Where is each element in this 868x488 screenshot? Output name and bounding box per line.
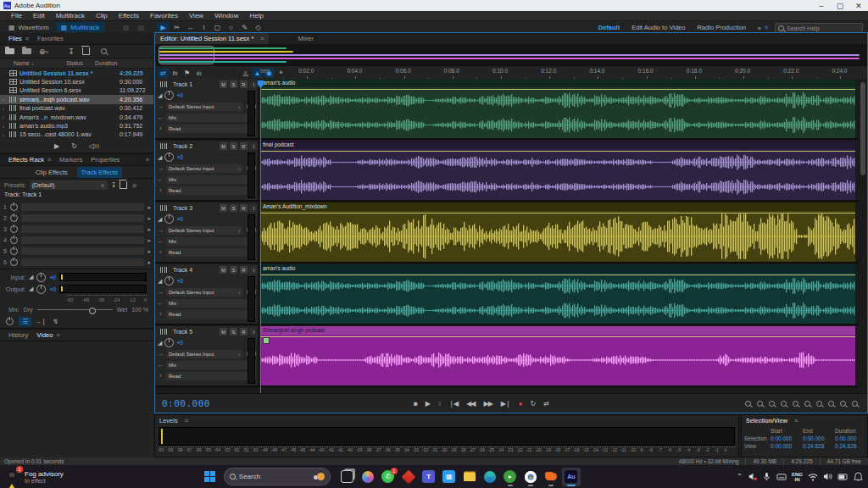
tab-panel-video[interactable]: Video	[36, 331, 53, 339]
menu-favorites[interactable]: Favorites	[150, 12, 178, 19]
expander-icon[interactable]: ›	[158, 373, 164, 379]
wifi-icon[interactable]	[808, 473, 818, 481]
taskbar-app-app-red-diamond[interactable]	[399, 468, 418, 486]
track-solo-button[interactable]: S	[230, 142, 237, 150]
maximize-button[interactable]: ▢	[831, 0, 849, 11]
track-header[interactable]: Track 1MSRI◢+0→Default Stereo Input›ø←Mi…	[155, 79, 259, 138]
track-volume-knob[interactable]	[164, 276, 174, 286]
taskbar-search[interactable]: Search	[224, 468, 331, 485]
preview-play-icon[interactable]: ▶	[54, 142, 59, 150]
time-value[interactable]: 0:00.000	[771, 443, 803, 449]
slot-arrow-icon[interactable]: ▸	[147, 226, 151, 233]
expander-icon[interactable]: ›	[158, 249, 164, 255]
expander-icon[interactable]: ›	[0, 114, 7, 119]
zoom-to-playhead-button[interactable]	[852, 401, 858, 407]
notifications-bell-icon[interactable]	[854, 472, 863, 481]
file-row[interactable]: ›aman's audio.mp30:31.752	[0, 121, 153, 130]
output-gain-knob[interactable]	[36, 285, 46, 294]
time-selection-tool-icon[interactable]: I	[198, 22, 210, 32]
track-drag-icon[interactable]	[160, 329, 168, 335]
files-column-headers[interactable]: Name ↓ Status Duration	[0, 58, 153, 69]
marquee-tool-icon[interactable]: ▢	[212, 22, 224, 32]
track-monitor-button[interactable]: I	[250, 204, 258, 212]
minimize-button[interactable]: –	[812, 0, 831, 11]
audio-clip[interactable]: final podcast	[260, 141, 855, 200]
rack-list-icon[interactable]: ☰	[19, 317, 31, 326]
workspace-default-menu-icon[interactable]: ≡	[765, 25, 768, 30]
track-monitor-button[interactable]: I	[250, 266, 258, 274]
move-clips-icon[interactable]: ⇄	[158, 68, 169, 78]
effect-slot[interactable]: 4▸	[0, 235, 153, 246]
slot-well[interactable]	[21, 203, 144, 211]
microphone-icon[interactable]	[762, 472, 771, 481]
audio-clip[interactable]: aman's audio	[260, 79, 855, 138]
zoom-in-time-button[interactable]	[745, 401, 751, 407]
taskbar-app-teams[interactable]: T	[420, 468, 438, 486]
tab-files-favorites[interactable]: Favorites	[37, 35, 64, 42]
track-arm-button[interactable]: R	[240, 80, 248, 88]
expander-icon[interactable]: ›	[158, 187, 164, 193]
battery-icon[interactable]	[837, 473, 849, 481]
levels-menu-icon[interactable]: ≡	[185, 418, 188, 424]
track-input-select[interactable]: Default Stereo Input›	[166, 226, 242, 235]
slot-well[interactable]	[21, 258, 144, 266]
track-input-select[interactable]: Default Stereo Input›	[166, 103, 242, 111]
taskbar-app-app-orange-cloud[interactable]	[542, 468, 560, 486]
mixer-tab[interactable]: Mixer	[298, 35, 313, 42]
speaker-rec-icon[interactable]	[748, 472, 757, 481]
time-value[interactable]: 0:24.828	[803, 443, 835, 449]
pause-button[interactable]: ‖	[438, 400, 440, 408]
fx-icon[interactable]: fx	[170, 68, 181, 78]
power-icon[interactable]	[10, 247, 18, 255]
editor-tab[interactable]: Editor: Untitled Session 11.sesx *≡	[155, 33, 269, 44]
track-volume-knob[interactable]	[164, 214, 174, 224]
preset-select[interactable]: (Default)∨	[30, 180, 108, 190]
preview-loop-icon[interactable]: ↻	[71, 142, 77, 150]
tab-effects-menu-icon[interactable]: ≡	[47, 157, 51, 163]
zoom-out-full-button[interactable]	[769, 401, 775, 407]
paintbrush-tool-icon[interactable]: ✎	[239, 22, 251, 32]
windows-start-button[interactable]	[204, 471, 215, 482]
expander-icon[interactable]: ›	[158, 125, 164, 131]
track-input-select[interactable]: Default Stereo Input›	[166, 164, 242, 173]
touch-keyboard-icon[interactable]	[776, 472, 787, 481]
file-row[interactable]: ›15 seco...cast 48000 1.wav0:17.949	[0, 130, 153, 139]
marker-icon[interactable]: ⚑	[181, 68, 192, 78]
tab-panel-menu-icon[interactable]: ≡	[56, 332, 59, 338]
zoom-in-amplitude-button[interactable]	[804, 401, 810, 407]
tab-files-menu-icon[interactable]: ≡	[25, 36, 29, 42]
slot-arrow-icon[interactable]: ▸	[147, 237, 151, 244]
toggle-snapping-icon[interactable]: ◬	[240, 68, 251, 78]
move-tool-icon[interactable]: ▶	[158, 22, 170, 32]
time-value[interactable]: 0:24.828	[835, 443, 867, 449]
stop-button[interactable]: ■	[414, 400, 417, 408]
power-icon[interactable]	[10, 258, 18, 266]
expander-icon[interactable]: ›	[0, 97, 7, 102]
file-row[interactable]: ›final podcast.wav0:30.412	[0, 104, 153, 113]
preview-auto-play-speaker-icon[interactable]: ◁)))	[89, 142, 99, 150]
workspace-edit-audio-to-video[interactable]: Edit Audio to Video	[632, 24, 685, 31]
track-header[interactable]: Track 2MSRI◢+0→Default Stereo Input›ø←Mi…	[155, 141, 259, 200]
track-output-select[interactable]: Mix›	[166, 114, 256, 122]
power-icon[interactable]	[10, 214, 18, 222]
subtab-clip-effects[interactable]: Clip Effects	[31, 167, 72, 178]
taskbar-app-app-green[interactable]: ▸	[501, 468, 520, 486]
go-to-end-button[interactable]: ▶❘	[501, 400, 510, 408]
track-automation-mode-select[interactable]: Read∨	[166, 125, 256, 133]
panel-menu-icon[interactable]: ≡	[260, 36, 264, 42]
file-row[interactable]: ›simranj...ingh podcast.wav4:20.356	[0, 95, 153, 103]
volume-icon[interactable]	[823, 472, 832, 481]
effect-slot[interactable]: 7▸	[0, 268, 153, 269]
timeline-ruler[interactable]: hms 0:02.00:04.00:06.00:08.00:10.00:12.0…	[259, 66, 857, 80]
effect-slot[interactable]: 2▸	[0, 213, 153, 224]
taskbar-app-copilot[interactable]	[359, 468, 377, 486]
slot-well[interactable]	[21, 247, 144, 255]
track-mute-button[interactable]: M	[220, 328, 227, 336]
lasso-tool-icon[interactable]: ○	[225, 22, 237, 32]
audio-clip[interactable]: Aman's Audition_mixdown	[260, 202, 855, 262]
tab-effects-properties[interactable]: Properties	[91, 156, 120, 164]
waveform-view-button[interactable]: ▦Waveform	[3, 22, 54, 32]
go-to-start-button[interactable]: ❘◀	[448, 400, 458, 408]
audio-clip[interactable]: aman's audio	[260, 264, 855, 324]
menu-file[interactable]: File	[11, 12, 22, 19]
